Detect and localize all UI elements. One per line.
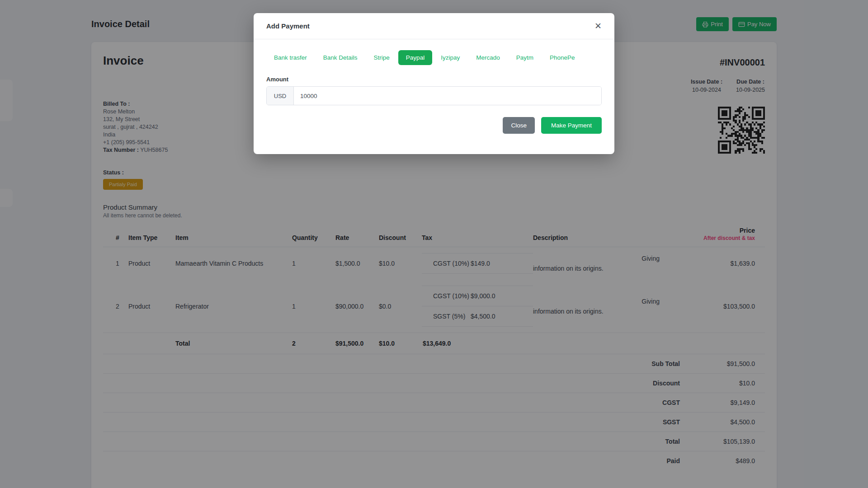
tab-paypal[interactable]: Paypal bbox=[398, 50, 432, 65]
close-button[interactable]: Close bbox=[503, 117, 535, 134]
amount-input[interactable] bbox=[294, 87, 601, 105]
tab-phonepe[interactable]: PhonePe bbox=[542, 50, 583, 65]
tab-stripe[interactable]: Stripe bbox=[366, 50, 397, 65]
tab-paytm[interactable]: Paytm bbox=[509, 50, 541, 65]
modal-body: Bank trasfer Bank Details Stripe Paypal … bbox=[254, 39, 614, 105]
tab-bank-transfer[interactable]: Bank trasfer bbox=[266, 50, 315, 65]
tab-iyzipay[interactable]: Iyzipay bbox=[433, 50, 467, 65]
modal-title: Add Payment bbox=[266, 22, 310, 30]
modal-footer: Close Make Payment bbox=[254, 105, 614, 146]
amount-label: Amount bbox=[266, 76, 602, 83]
tab-mercado[interactable]: Mercado bbox=[468, 50, 508, 65]
make-payment-button[interactable]: Make Payment bbox=[541, 117, 602, 134]
close-icon[interactable]: ✕ bbox=[594, 22, 602, 30]
amount-input-group: USD bbox=[266, 86, 602, 105]
modal-header: Add Payment ✕ bbox=[254, 13, 614, 39]
payment-method-tabs: Bank trasfer Bank Details Stripe Paypal … bbox=[266, 50, 602, 65]
add-payment-modal: Add Payment ✕ Bank trasfer Bank Details … bbox=[254, 13, 614, 154]
tab-bank-details[interactable]: Bank Details bbox=[316, 50, 365, 65]
currency-prefix: USD bbox=[267, 87, 294, 105]
